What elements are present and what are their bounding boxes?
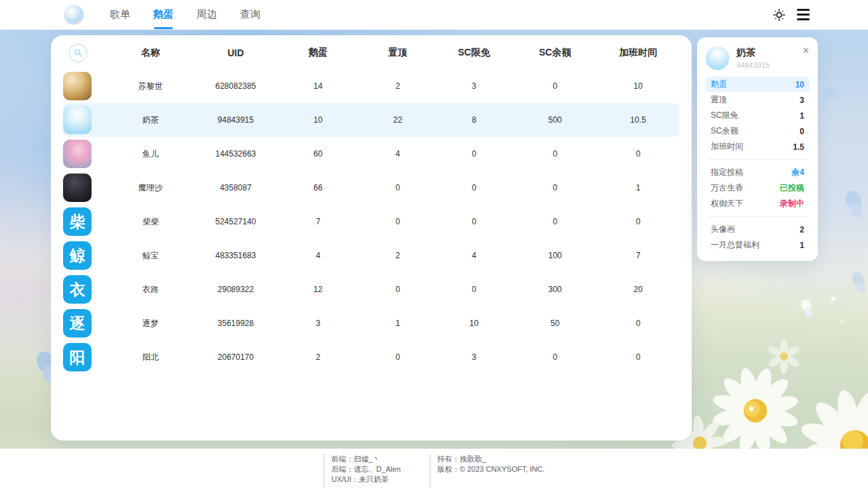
panel-row: 权御天下 录制中 [705,196,810,211]
cell-pinned: 22 [361,115,435,125]
panel-user-name: 奶茶 [736,47,770,59]
table-row[interactable]: 鲸 鲸宝 483351683 4 2 4 100 7 [63,239,679,272]
cell-pinned: 0 [361,183,435,192]
butterfly-icon [821,87,842,111]
cell-uid: 94843915 [196,115,275,125]
cell-name: 魔理沙 [105,182,196,194]
row-avatar: 阳 [63,343,92,371]
table-row[interactable]: 魔理沙 4358087 66 0 0 0 1 [63,171,679,205]
butterfly-icon [849,271,868,296]
panel-extras-list: 头像画 2 一月总督福利 1 [705,222,810,253]
footer-column-team: 前端：归墟_丶后端：遗忘、D_AlenUX/UI：来只奶茶 [323,454,401,488]
cell-uid: 4358087 [196,183,275,192]
row-avatar: 鲸 [63,241,92,270]
row-avatar: 衣 [63,275,92,304]
panel-row: SC限免 1 [705,108,810,123]
sparkle-dot [770,389,773,392]
cell-uid: 628082385 [196,81,275,91]
panel-submissions-list: 指定投稿 余4 万古生香 已投稿 权御天下 录制中 [705,165,810,211]
row-avatar [63,140,92,168]
panel-stats-list: 鹅蛋 10 置顶 3 SC限免 1 SC余额 0 加班时间 1.5 [705,77,810,155]
cell-sc-balance: 0 [513,217,597,226]
user-detail-panel: 奶茶 94843915 ✕ 鹅蛋 10 置顶 3 SC限免 1 SC余额 0 加… [697,37,818,261]
footer-line: 持有：挽歌歌_ [437,454,545,464]
table-row[interactable]: 苏黎世 628082385 14 2 3 0 10 [63,69,679,103]
cell-uid: 29089322 [196,285,275,294]
search-button[interactable] [68,43,87,62]
cell-pinned: 0 [361,352,435,362]
menu-hamburger-icon[interactable] [797,9,810,20]
footer-column-legal: 持有：挽歌歌_版权：© 2023 CNXYSOFT, INC. [429,454,545,488]
cell-uid: 20670170 [196,352,275,362]
panel-user-avatar [705,46,730,70]
search-icon [73,48,83,58]
theme-toggle-sun-icon[interactable] [772,8,786,22]
table-row[interactable]: 鱼儿 144532663 60 4 0 0 0 [63,137,679,171]
cell-sc-balance: 300 [513,285,597,294]
cell-sc-balance: 50 [513,319,597,328]
daisy-flower [765,338,803,375]
cell-sc-balance: 0 [513,183,597,192]
cell-eggs: 3 [275,319,361,328]
table-row[interactable]: 衣 衣路 29089322 12 0 0 300 20 [63,272,679,306]
footer-line: UX/UI：来只奶茶 [332,474,401,485]
panel-row: 万古生香 已投稿 [705,180,810,196]
sparkle-dot [841,320,843,322]
cell-name: 柴柴 [105,216,196,228]
cell-overtime: 0 [597,319,679,328]
cell-uid: 524527140 [196,217,275,226]
panel-user-uid: 94843915 [736,61,770,69]
sparkle-dot [762,422,765,424]
butterfly-icon [842,190,868,220]
cell-eggs: 66 [275,183,361,192]
cell-overtime: 20 [597,285,679,294]
cell-pinned: 1 [361,319,435,328]
cell-name: 鲸宝 [105,250,196,262]
cell-eggs: 7 [275,217,361,226]
cell-sc-free: 0 [435,183,513,192]
close-icon[interactable]: ✕ [802,46,810,55]
column-header: 名称 [105,47,196,59]
nav-tab-查询[interactable]: 查询 [239,0,262,29]
column-header: 置顶 [361,47,435,59]
site-logo-avatar[interactable] [64,5,84,25]
cell-overtime: 10 [597,81,679,91]
cell-sc-free: 8 [435,115,513,125]
cell-sc-free: 10 [435,319,513,328]
cell-eggs: 4 [275,251,361,260]
cell-uid: 144532663 [196,149,275,159]
top-navigation: 歌单鹅蛋周边查询 [0,0,868,30]
table-row[interactable]: 逐 逐梦 35619928 3 1 10 50 0 [63,306,679,340]
cell-sc-free: 4 [435,251,513,260]
column-header: 鹅蛋 [275,47,361,59]
footer-credits: 前端：归墟_丶后端：遗忘、D_AlenUX/UI：来只奶茶 持有：挽歌歌_版权：… [0,449,868,488]
cell-pinned: 2 [361,81,435,91]
cell-name: 阳北 [105,352,196,363]
cell-sc-balance: 0 [513,81,597,91]
cell-sc-balance: 0 [513,352,597,362]
nav-tab-周边[interactable]: 周边 [195,0,218,29]
panel-row: 指定投稿 余4 [705,165,810,180]
table-row[interactable]: 奶茶 94843915 10 22 8 500 10.5 [63,103,679,137]
cell-pinned: 4 [361,149,435,159]
cell-eggs: 12 [275,285,361,294]
row-avatar: 逐 [63,309,92,338]
column-header: UID [196,47,275,58]
table-row[interactable]: 阳 阳北 20670170 2 0 3 0 0 [63,340,679,374]
cell-sc-balance: 500 [513,115,597,125]
panel-divider [707,216,808,217]
column-header: SC限免 [435,47,513,59]
cell-sc-balance: 100 [513,251,597,260]
panel-row: 一月总督福利 1 [705,237,810,253]
column-header: 加班时间 [597,47,679,59]
cell-uid: 483351683 [196,251,275,260]
cell-pinned: 0 [361,217,435,226]
sparkle-dot [831,297,835,300]
table-row[interactable]: 柴 柴柴 524527140 7 0 0 0 0 [63,205,679,239]
footer-line: 版权：© 2023 CNXYSOFT, INC. [437,464,545,474]
table-body: 苏黎世 628082385 14 2 3 0 10 奶茶 94843915 10… [63,69,679,374]
row-avatar [63,174,92,202]
nav-tab-鹅蛋[interactable]: 鹅蛋 [152,0,175,29]
nav-tab-歌单[interactable]: 歌单 [108,0,132,29]
panel-divider [707,159,808,160]
